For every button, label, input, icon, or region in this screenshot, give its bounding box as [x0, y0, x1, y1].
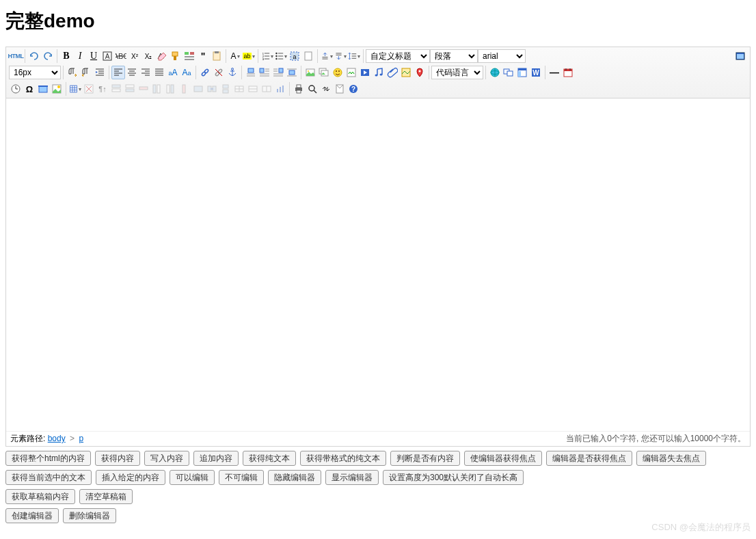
rowspacing-top-button[interactable]: ▾ — [320, 49, 334, 63]
touppercase-button[interactable]: aA — [166, 66, 180, 79]
insertrow-button[interactable] — [109, 82, 123, 96]
attachment-button[interactable] — [386, 66, 399, 79]
action-button[interactable]: 可以编辑 — [170, 470, 215, 485]
action-button[interactable]: 不可编辑 — [219, 470, 264, 485]
action-button[interactable]: 写入内容 — [144, 451, 189, 466]
action-button[interactable]: 获得整个html的内容 — [5, 451, 91, 466]
autotypeset-button[interactable] — [183, 49, 196, 63]
action-button[interactable]: 设置高度为300默认关闭了自动长高 — [383, 470, 524, 485]
date-button[interactable] — [561, 66, 575, 79]
bold-button[interactable]: B — [59, 49, 73, 63]
formatmatch-button[interactable] — [169, 49, 183, 63]
crumb-p[interactable]: p — [79, 434, 83, 443]
redo-button[interactable] — [41, 49, 55, 63]
underline-button[interactable]: U — [87, 49, 100, 63]
action-button[interactable]: 获得内容 — [95, 451, 140, 466]
imagenone-button[interactable] — [244, 66, 258, 79]
selectall-button[interactable]: a — [288, 49, 301, 63]
cleardoc-button[interactable] — [301, 49, 315, 63]
justifyleft-button[interactable] — [111, 66, 125, 79]
map-button[interactable] — [399, 66, 413, 79]
searchreplace-button[interactable] — [319, 82, 333, 96]
undo-button[interactable] — [27, 49, 41, 63]
unlink-button[interactable] — [212, 66, 226, 79]
fontfamily-select[interactable]: arial — [478, 49, 526, 63]
imagecenter-button[interactable] — [285, 66, 299, 79]
drafts-button[interactable] — [333, 82, 347, 96]
action-button[interactable]: 编辑器失去焦点 — [636, 451, 706, 466]
tolowercase-button[interactable]: Aa — [180, 66, 193, 79]
preview-button[interactable] — [306, 82, 319, 96]
music-button[interactable] — [372, 66, 386, 79]
background-button[interactable] — [50, 82, 64, 96]
fullscreen-button[interactable] — [733, 49, 747, 63]
action-button[interactable]: 追加内容 — [193, 451, 239, 466]
unordered-list-button[interactable]: ▾ — [274, 49, 288, 63]
template-button[interactable] — [515, 66, 529, 79]
charts-button[interactable] — [273, 82, 287, 96]
spechars-button[interactable]: Ω — [23, 82, 36, 96]
webapp-button[interactable] — [488, 66, 502, 79]
gmap-button[interactable] — [413, 66, 427, 79]
source-html-button[interactable]: HTML — [9, 49, 23, 63]
action-button[interactable]: 插入给定的内容 — [96, 470, 165, 485]
action-button[interactable]: 获得当前选中的文本 — [5, 470, 92, 485]
anchor-button[interactable] — [226, 66, 239, 79]
deletetable-button[interactable] — [82, 82, 96, 96]
horizontal-button[interactable]: — — [548, 66, 561, 79]
splittocells-button[interactable] — [232, 82, 246, 96]
wordimage-button[interactable]: W — [529, 66, 543, 79]
action-button[interactable]: 获取草稿箱内容 — [5, 489, 75, 504]
deleterow-button[interactable] — [137, 82, 150, 96]
emotion-button[interactable] — [331, 66, 345, 79]
rowspacing-bottom-button[interactable]: ▾ — [334, 49, 347, 63]
justifyright-button[interactable] — [139, 66, 152, 79]
mergecells-button[interactable] — [191, 82, 205, 96]
mergeright-button[interactable] — [205, 82, 219, 96]
insertrow-below-button[interactable] — [123, 82, 137, 96]
superscript-button[interactable]: X² — [128, 49, 141, 63]
splittocols-button[interactable] — [260, 82, 273, 96]
snapscreen-button[interactable] — [36, 82, 50, 96]
fontborder-button[interactable]: A — [100, 49, 114, 63]
insertimage-button[interactable] — [317, 66, 331, 79]
action-button[interactable]: 创建编辑器 — [5, 508, 59, 523]
action-button[interactable]: 显示编辑器 — [325, 470, 379, 485]
action-button[interactable]: 获得带格式的纯文本 — [300, 451, 386, 466]
justifycenter-button[interactable] — [125, 66, 139, 79]
action-button[interactable]: 编辑器是否获得焦点 — [546, 451, 632, 466]
dir-ltr-button[interactable] — [66, 66, 79, 79]
action-button[interactable]: 清空草稿箱 — [79, 489, 133, 504]
link-button[interactable] — [198, 66, 212, 79]
mergedown-button[interactable] — [219, 82, 232, 96]
simpleupload-button[interactable] — [303, 66, 317, 79]
insertcode-select[interactable]: 代码语言 — [431, 66, 483, 79]
insertcol-button[interactable] — [150, 82, 164, 96]
inserttable-button[interactable]: ▾ — [68, 82, 82, 96]
action-button[interactable]: 判断是否有内容 — [390, 451, 460, 466]
splittorows-button[interactable] — [246, 82, 260, 96]
action-button[interactable]: 删除编辑器 — [63, 508, 116, 523]
fontsize-select[interactable]: 16px — [9, 66, 61, 79]
deletecol-button[interactable] — [178, 82, 191, 96]
backcolor-button[interactable]: ab▾ — [242, 49, 256, 63]
strikethrough-button[interactable]: ABC — [114, 49, 128, 63]
insertparagraph-before-button[interactable]: ¶↑ — [96, 82, 109, 96]
imageleft-button[interactable] — [258, 66, 271, 79]
justifyfull-button[interactable] — [152, 66, 166, 79]
lineheight-button[interactable]: ▾ — [347, 49, 361, 63]
print-button[interactable] — [292, 82, 306, 96]
insertframe-button[interactable] — [502, 66, 515, 79]
scrawl-button[interactable] — [345, 66, 358, 79]
italic-button[interactable]: I — [73, 49, 87, 63]
time-button[interactable] — [9, 82, 23, 96]
action-button[interactable]: 使编辑器获得焦点 — [464, 451, 542, 466]
pasteplain-button[interactable] — [210, 49, 224, 63]
insertcol-right-button[interactable] — [164, 82, 178, 96]
ordered-list-button[interactable]: 123▾ — [260, 49, 274, 63]
blockquote-button[interactable]: " — [196, 49, 210, 63]
crumb-body[interactable]: body — [48, 434, 66, 443]
indent-button[interactable] — [93, 66, 107, 79]
dir-rtl-button[interactable] — [79, 66, 93, 79]
custom-style-select[interactable]: 自定义标题 — [366, 49, 430, 63]
